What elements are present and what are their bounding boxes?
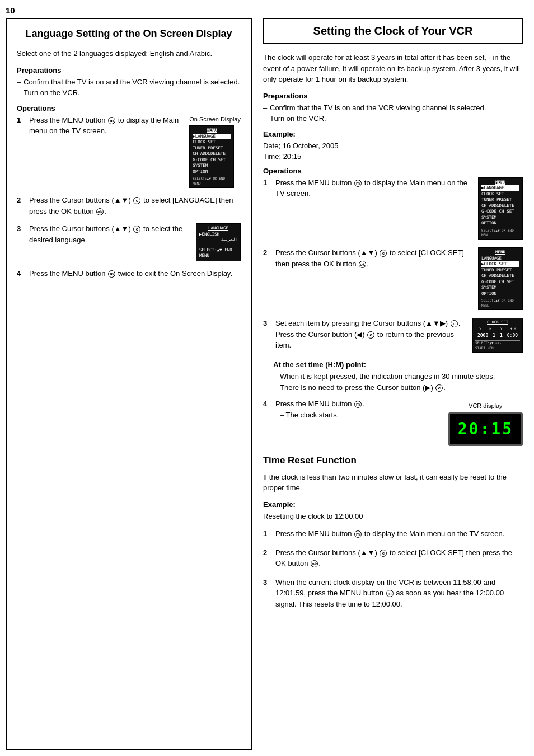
step-number: 3 xyxy=(263,318,273,329)
menu-item: SYSTEM xyxy=(481,285,519,291)
step-text: Press the MENU button m to display the M… xyxy=(275,528,523,539)
ok-icon: ok xyxy=(96,208,104,215)
lang-bottom-bar: SELECT:▲▼ END MENU xyxy=(199,247,237,259)
hm-value: 0:00 xyxy=(507,332,518,339)
time-reset-example-label: Example: xyxy=(263,500,523,509)
time-reset-step-2: 2 Press the Cursor buttons (▲▼) c to sel… xyxy=(263,547,523,569)
lang-screen: LANGUAGE ▶ENGLISH العربية SELECT:▲▼ END … xyxy=(196,223,241,261)
menu-item-highlight: ▶LANGUAGE xyxy=(481,185,519,191)
columns: Language Setting of the On Screen Displa… xyxy=(6,18,528,750)
right-column: Setting the Clock of Your VCR The clock … xyxy=(257,18,528,750)
menu-item: TUNER PRESET xyxy=(481,197,519,203)
right-step-2: 2 Press the Cursor buttons (▲▼) c to sel… xyxy=(263,247,523,310)
left-step-3: 3 Press the Cursor buttons (▲▼) c to sel… xyxy=(17,223,241,261)
time-reset-example-text: Resetting the clock to 12:00.00 xyxy=(263,511,523,522)
clock-bottom-bar: SELECT:▲▼ +/- START:MENU xyxy=(475,340,520,350)
clock-screen-img: CLOCK SET Y M D H:M 2000 1 1 0:00 xyxy=(472,318,523,353)
menu-icon: m xyxy=(354,401,362,408)
cursor-icon: c xyxy=(380,250,387,257)
left-preparations-list: Confirm that the TV is on and the VCR vi… xyxy=(17,77,241,98)
right-step-1: 1 Press the MENU button m to display the… xyxy=(263,177,523,240)
menu-item: OPTION xyxy=(481,220,519,227)
list-item: Confirm that the TV is on and the VCR vi… xyxy=(17,77,241,88)
clock-values-row: 2000 1 1 0:00 xyxy=(475,332,520,339)
page-number: 10 xyxy=(6,6,528,15)
menu-icon: m xyxy=(354,530,362,538)
menu-icon: m xyxy=(386,590,394,597)
step-number: 2 xyxy=(17,195,27,206)
cursor-icon: c xyxy=(133,226,140,233)
menu-item: CH ADD&DELETE xyxy=(481,273,519,279)
left-ops-section: 1 Press the MENU button m to display the… xyxy=(17,115,241,279)
step-number: 4 xyxy=(263,398,273,410)
menu-item: CH ADD&DELETE xyxy=(481,203,519,209)
cursor-right-icon: c xyxy=(435,384,443,392)
menu-item: OPTION xyxy=(193,169,231,175)
time-reset-step-1: 1 Press the MENU button m to display the… xyxy=(263,528,523,539)
vcr-display-label: VCR display xyxy=(469,401,503,411)
vcr-display-section: VCR display 20:15 xyxy=(448,401,523,446)
left-step-4: 4 Press the MENU button m twice to exit … xyxy=(17,268,241,279)
step-sub: – The clock starts. xyxy=(275,411,339,419)
right-step-4: 4 Press the MENU button m. – The clock s… xyxy=(263,398,523,446)
menu-icon: m xyxy=(108,270,115,278)
menu-item: G-CODE CH SET xyxy=(481,209,519,215)
day-value: 1 xyxy=(500,332,503,339)
right-example-label: Example: xyxy=(263,130,523,138)
hm-label: H:M xyxy=(510,327,516,331)
ok-icon: ok xyxy=(311,560,318,567)
lang-item: العربية xyxy=(199,237,237,243)
list-item: Turn on the VCR. xyxy=(263,113,523,124)
menu-item: TUNER PRESET xyxy=(193,145,231,152)
menu-item: CH ADD&DELETE xyxy=(193,151,231,157)
right-menu-screen-1: MENU ▶LANGUAGE CLOCK SET TUNER PRESET CH… xyxy=(478,177,523,240)
right-operations-label: Operations xyxy=(263,167,523,175)
menu-item: TUNER PRESET xyxy=(481,267,519,274)
left-preparations-label: Preparations xyxy=(17,66,241,74)
menu-item: OPTION xyxy=(481,291,519,297)
on-screen-label: On Screen Display xyxy=(189,115,241,124)
list-item: Confirm that the TV is on and the VCR vi… xyxy=(263,102,523,114)
menu-display-right-2: MENU LANGUAGE ▶CLOCK SET TUNER PRESET CH… xyxy=(478,247,523,310)
step-text: Press the Cursor buttons (▲▼) c to selec… xyxy=(275,547,523,569)
menu-bottom-bar: SELECT:▲▼ OK END MENU xyxy=(481,298,519,308)
menu-item-highlight: ▶CLOCK SET xyxy=(481,261,519,267)
step-text: Press the Cursor buttons (▲▼) c to selec… xyxy=(275,247,472,269)
menu-icon: m xyxy=(108,117,115,124)
menu-item: CLOCK SET xyxy=(193,139,231,145)
day-label: D xyxy=(500,327,502,331)
step-text: Press the MENU button m to display the M… xyxy=(275,177,472,199)
example-date: Date; 16 October, 2005 xyxy=(263,140,523,152)
menu-item: G-CODE CH SET xyxy=(193,157,231,163)
menu-display-right-1: MENU ▶LANGUAGE CLOCK SET TUNER PRESET CH… xyxy=(478,177,523,240)
step-number: 2 xyxy=(263,547,273,558)
clock-display: CLOCK SET Y M D H:M 2000 1 1 0:00 xyxy=(472,318,523,353)
step-text: Press the MENU button m twice to exit th… xyxy=(29,268,241,279)
left-step-1: 1 Press the MENU button m to display the… xyxy=(17,115,241,188)
menu-bottom-bar: SELECT:▲▼ OK END MENU xyxy=(481,228,519,238)
step-text: Press the MENU button m to display the M… xyxy=(29,115,184,137)
page: 10 Language Setting of the On Screen Dis… xyxy=(0,0,534,756)
menu-display-1: MENU ▶LANGUAGE CLOCK SET TUNER PRESET CH… xyxy=(189,125,234,188)
menu-item: SYSTEM xyxy=(481,215,519,221)
menu-item: SYSTEM xyxy=(193,163,231,169)
step-text: Press the Cursor buttons (▲▼) c to selec… xyxy=(29,195,241,217)
time-reset-title: Time Reset Function xyxy=(263,455,523,466)
menu-item: LANGUAGE xyxy=(481,256,519,262)
clock-title: CLOCK SET xyxy=(475,320,520,326)
vcr-display: 20:15 xyxy=(448,412,523,446)
example-time: Time; 20:15 xyxy=(263,151,523,162)
year-value: 2000 xyxy=(477,332,488,339)
time-reset-step-3: 3 When the current clock display on the … xyxy=(263,577,523,610)
right-intro: The clock will operate for at least 3 ye… xyxy=(263,52,523,85)
cursor-icon: c xyxy=(451,320,458,327)
lang-display: LANGUAGE ▶ENGLISH العربية SELECT:▲▼ END … xyxy=(196,223,241,261)
left-column: Language Setting of the On Screen Displa… xyxy=(6,18,252,750)
right-preparations-list: Confirm that the TV is on and the VCR vi… xyxy=(263,102,523,124)
left-section-title: Language Setting of the On Screen Displa… xyxy=(17,27,241,40)
cursor-icon: c xyxy=(380,550,387,557)
right-preparations-label: Preparations xyxy=(263,92,523,100)
left-step-2: 2 Press the Cursor buttons (▲▼) c to sel… xyxy=(17,195,241,217)
left-operations-label: Operations xyxy=(17,104,241,112)
month-value: 1 xyxy=(493,332,495,339)
